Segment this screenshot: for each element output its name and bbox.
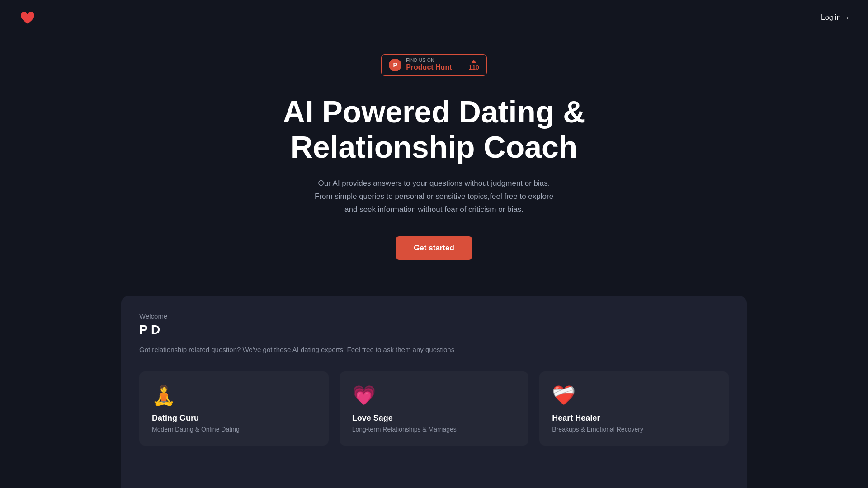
hero-section: P FIND US ON Product Hunt 110 AI Powered… bbox=[0, 0, 868, 287]
ph-triangle-icon bbox=[471, 60, 476, 63]
coaches-cards-row: 🧘 Dating Guru Modern Dating & Online Dat… bbox=[139, 371, 729, 446]
logo[interactable] bbox=[18, 8, 37, 27]
welcome-name: P D bbox=[139, 323, 729, 337]
love-sage-emoji: 💗 bbox=[352, 384, 516, 406]
ph-vote-count: 110 bbox=[468, 64, 479, 70]
ph-find-us-label: FIND US ON bbox=[406, 58, 434, 63]
get-started-button[interactable]: Get started bbox=[396, 236, 472, 260]
ph-name-label: Product Hunt bbox=[406, 63, 452, 71]
hero-title: AI Powered Dating & Relationship Coach bbox=[240, 94, 628, 164]
ph-logo: P bbox=[389, 59, 401, 71]
product-hunt-badge[interactable]: P FIND US ON Product Hunt 110 bbox=[381, 54, 487, 76]
ph-divider bbox=[460, 58, 460, 72]
love-sage-subtitle: Long-term Relationships & Marriages bbox=[352, 426, 516, 433]
heart-healer-card[interactable]: ❤️‍🩹 Heart Healer Breakups & Emotional R… bbox=[539, 371, 729, 446]
welcome-label: Welcome bbox=[139, 312, 729, 320]
welcome-section: Welcome P D Got relationship related que… bbox=[121, 296, 747, 488]
dating-guru-subtitle: Modern Dating & Online Dating bbox=[152, 426, 316, 433]
hero-subtitle: Our AI provides answers to your question… bbox=[312, 177, 556, 216]
login-button[interactable]: Log in → bbox=[821, 14, 850, 22]
header: Log in → bbox=[0, 0, 868, 35]
ph-votes-group: 110 bbox=[468, 60, 479, 70]
dating-guru-card[interactable]: 🧘 Dating Guru Modern Dating & Online Dat… bbox=[139, 371, 329, 446]
ph-text-group: FIND US ON Product Hunt bbox=[406, 58, 452, 71]
love-sage-card[interactable]: 💗 Love Sage Long-term Relationships & Ma… bbox=[340, 371, 529, 446]
heart-healer-subtitle: Breakups & Emotional Recovery bbox=[552, 426, 716, 433]
heart-healer-title: Heart Healer bbox=[552, 413, 716, 423]
heart-logo-icon bbox=[20, 11, 35, 24]
dating-guru-emoji: 🧘 bbox=[152, 384, 316, 406]
welcome-description: Got relationship related question? We've… bbox=[139, 344, 729, 355]
dating-guru-title: Dating Guru bbox=[152, 413, 316, 423]
love-sage-title: Love Sage bbox=[352, 413, 516, 423]
heart-healer-emoji: ❤️‍🩹 bbox=[552, 384, 716, 406]
